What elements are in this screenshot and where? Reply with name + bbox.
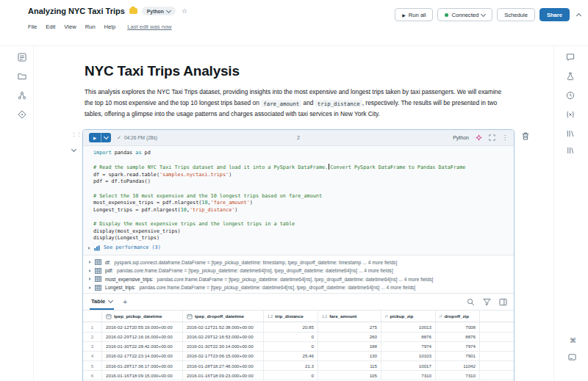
- experiments-flask-icon[interactable]: [566, 72, 575, 81]
- cell-drag-handle-icon[interactable]: ⋮⋮: [71, 131, 82, 137]
- grid-cell[interactable]: 2016-01-28T17:36:17.000+00:00: [102, 361, 183, 370]
- see-performance-row[interactable]: See performance (3): [83, 242, 514, 255]
- grid-cell[interactable]: 260: [318, 333, 381, 341]
- run-cell-button[interactable]: ▶: [89, 133, 111, 142]
- filter-icon[interactable]: [483, 298, 491, 306]
- grid-cell[interactable]: 5: [83, 361, 102, 370]
- grid-cell[interactable]: 130: [318, 352, 381, 360]
- column-header-tpep_pickup_datetime[interactable]: tpep_pickup_datetime: [102, 311, 183, 322]
- connected-dropdown[interactable]: Connected: [437, 8, 492, 21]
- menu-view[interactable]: View: [64, 23, 76, 30]
- grid-cell[interactable]: 6: [83, 371, 102, 380]
- column-header-dropoff_zip[interactable]: i3dropoff_zip: [436, 311, 480, 322]
- table-row[interactable]: 12016-02-12T20:55:19.000+00:002016-02-12…: [83, 322, 514, 332]
- code-line[interactable]: # Read the sample NYC Taxi Trips dataset…: [83, 164, 514, 172]
- run-all-button[interactable]: ▶ Run all: [395, 8, 433, 21]
- code-line[interactable]: # Select the 10 most expensive and the 1…: [83, 193, 514, 200]
- grid-cell[interactable]: 10013: [381, 322, 436, 331]
- grid-cell[interactable]: 188: [318, 342, 381, 351]
- last-edit-link[interactable]: Last edit was now: [127, 23, 171, 30]
- cell-language-label[interactable]: Python: [453, 135, 469, 140]
- grid-cell[interactable]: 2016-01-16T18:09:23.000+00:00: [183, 371, 264, 380]
- grid-cell[interactable]: 0: [264, 371, 318, 380]
- grid-cell[interactable]: 0: [264, 333, 318, 341]
- delete-cell-icon[interactable]: [522, 132, 529, 140]
- grid-cell[interactable]: 115: [318, 361, 381, 370]
- lineage-graph-icon[interactable]: [18, 91, 26, 100]
- grid-cell[interactable]: 2016-02-29T12:16:53.000+00:00: [183, 333, 264, 341]
- variable-result-row[interactable]: Longest_trips:pandas.core.frame.DataFram…: [83, 283, 514, 292]
- grid-cell[interactable]: 105: [318, 371, 381, 380]
- search-icon[interactable]: [467, 298, 475, 306]
- grid-cell[interactable]: 2016-02-29T12:16:16.000+00:00: [102, 333, 183, 341]
- collapse-header-icon[interactable]: [576, 12, 581, 18]
- grid-cell[interactable]: 275: [318, 322, 381, 331]
- terminal-icon[interactable]: [568, 353, 576, 361]
- table-row[interactable]: 62016-01-16T18:09:15.000+00:002016-01-16…: [83, 371, 514, 380]
- grid-cell[interactable]: 2016-01-30T22:30:14.000+00:00: [183, 342, 264, 351]
- grid-cell[interactable]: 2016-02-12T20:55:19.000+00:00: [102, 322, 183, 331]
- menu-help[interactable]: Help: [104, 23, 116, 30]
- run-options-chevron[interactable]: [101, 133, 111, 142]
- code-editor[interactable]: import pandas as pd# Read the sample NYC…: [83, 146, 514, 255]
- column-header-pickup_zip[interactable]: i3pickup_zip: [381, 311, 436, 322]
- schedule-button[interactable]: Schedule: [497, 8, 535, 21]
- grid-cell[interactable]: 2: [83, 333, 102, 341]
- variable-result-row[interactable]: most_expensive_trips:pandas.core.frame.D…: [83, 275, 514, 283]
- language-selector[interactable]: Python: [142, 7, 176, 15]
- code-line[interactable]: Longest_trips = pdf.nlargest(10,'trip_di…: [83, 207, 514, 214]
- variable-result-row[interactable]: df:pyspark.sql.connect.dataframe.DataFra…: [83, 258, 514, 266]
- grid-cell[interactable]: 7008: [436, 322, 480, 331]
- code-line[interactable]: import pandas as pd: [83, 150, 514, 157]
- grid-cell[interactable]: 2016-01-30T22:28:42.000+00:00: [102, 342, 183, 351]
- grid-cell[interactable]: 4: [83, 352, 102, 360]
- keyboard-shortcuts-icon[interactable]: ⌘: [570, 337, 576, 344]
- grid-cell[interactable]: 7974: [381, 342, 436, 351]
- grid-cell[interactable]: 21.3: [264, 361, 318, 370]
- grid-cell[interactable]: 10103: [381, 352, 436, 360]
- column-header-fare_amount[interactable]: 1.2fare_amount: [318, 311, 381, 322]
- open-panel-icon[interactable]: [499, 298, 507, 306]
- grid-cell[interactable]: 20.85: [264, 322, 318, 331]
- grid-cell[interactable]: 8876: [381, 333, 436, 341]
- variable-result-row[interactable]: pdf:pandas.core.frame.DataFrame = [tpep_…: [83, 266, 514, 275]
- column-header-tpep_dropoff_datetime[interactable]: tpep_dropoff_datetime: [183, 311, 264, 322]
- grid-cell[interactable]: 3: [83, 342, 102, 351]
- grid-cell[interactable]: 2016-02-12T21:52:38.000+00:00: [183, 322, 264, 331]
- table-row[interactable]: 52016-01-28T17:36:17.000+00:002016-01-28…: [83, 361, 514, 371]
- code-line[interactable]: # Display the most expensive trips and t…: [83, 221, 514, 228]
- grid-cell[interactable]: 0: [264, 342, 318, 351]
- table-row[interactable]: 42016-02-17T22:23:14.000+00:002016-02-17…: [83, 352, 514, 361]
- add-visualization-button[interactable]: +: [123, 298, 127, 306]
- grid-cell[interactable]: 2016-02-17T22:23:14.000+00:00: [102, 352, 183, 360]
- comments-icon[interactable]: [566, 53, 575, 62]
- assistant-sparkle-icon[interactable]: [476, 134, 482, 141]
- focus-mode-icon[interactable]: [489, 134, 495, 141]
- grid-cell[interactable]: 2016-01-28T18:27:48.000+00:00: [183, 361, 264, 370]
- grid-cell[interactable]: 10017: [381, 361, 436, 370]
- libraries-icon[interactable]: [566, 129, 575, 138]
- code-line[interactable]: [83, 214, 514, 221]
- code-line[interactable]: df = spark.read.table('samples.nyctaxi.t…: [83, 172, 514, 179]
- cell-collapse-chevron-icon[interactable]: [71, 147, 76, 152]
- folder-icon[interactable]: [18, 72, 26, 81]
- table-row[interactable]: 22016-02-29T12:16:16.000+00:002016-02-29…: [83, 333, 514, 342]
- version-history-icon[interactable]: [566, 91, 575, 100]
- grid-cell[interactable]: 7901: [436, 352, 480, 360]
- share-button[interactable]: Share: [539, 8, 570, 21]
- compass-navigator-icon[interactable]: [18, 110, 26, 119]
- grid-cell[interactable]: 7310: [381, 371, 436, 380]
- table-row[interactable]: 32016-01-30T22:28:42.000+00:002016-01-30…: [83, 342, 514, 352]
- tab-table[interactable]: Table: [90, 294, 114, 310]
- cell-menu-kebab-icon[interactable]: ⋮: [502, 135, 508, 141]
- menu-run[interactable]: Run: [85, 23, 96, 30]
- grid-cell[interactable]: 25.46: [264, 352, 318, 360]
- menu-edit[interactable]: Edit: [46, 23, 55, 30]
- column-header-trip_distance[interactable]: 1.2trip_distance: [264, 311, 318, 322]
- grid-cell[interactable]: 8876: [436, 333, 480, 341]
- code-line[interactable]: most_expensive_trips = pdf.nlargest(10,'…: [83, 200, 514, 207]
- environment-panel-icon[interactable]: [566, 146, 575, 155]
- grid-cell[interactable]: 2016-01-16T18:09:15.000+00:00: [102, 371, 183, 380]
- grid-cell[interactable]: 11042: [436, 361, 480, 370]
- grid-cell[interactable]: 7974: [436, 342, 480, 351]
